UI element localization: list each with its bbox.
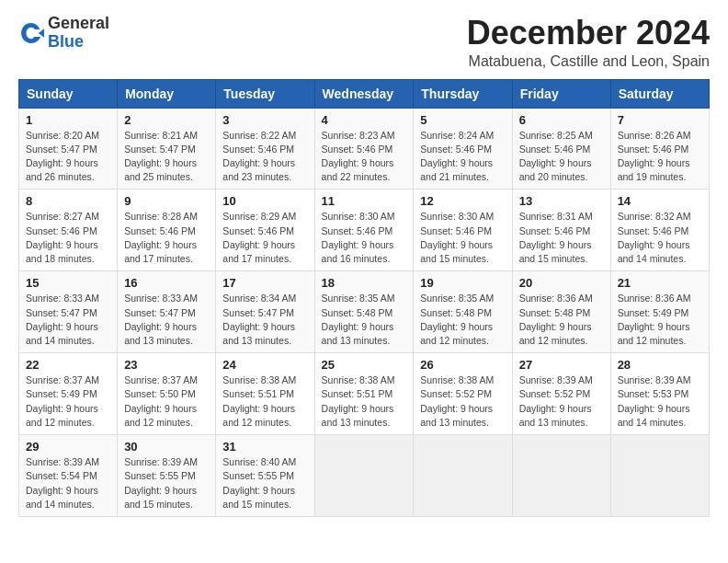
- day-number: 17: [222, 276, 307, 290]
- day-number: 3: [222, 113, 307, 127]
- day-number: 19: [420, 276, 505, 290]
- day-info: Sunrise: 8:37 AMSunset: 5:50 PMDaylight:…: [124, 374, 198, 428]
- calendar-cell: 31 Sunrise: 8:40 AMSunset: 5:55 PMDaylig…: [216, 435, 314, 517]
- calendar-cell: 11 Sunrise: 8:30 AMSunset: 5:46 PMDaylig…: [314, 190, 414, 271]
- title-area: December 2024 Matabuena, Castille and Le…: [467, 15, 710, 70]
- calendar-cell: 7 Sunrise: 8:26 AMSunset: 5:46 PMDayligh…: [610, 108, 709, 190]
- calendar-cell: 8 Sunrise: 8:27 AMSunset: 5:46 PMDayligh…: [19, 190, 118, 271]
- calendar-cell: 27 Sunrise: 8:39 AMSunset: 5:52 PMDaylig…: [512, 353, 610, 435]
- calendar-cell: 20 Sunrise: 8:36 AMSunset: 5:48 PMDaylig…: [512, 271, 610, 353]
- day-number: 24: [222, 358, 307, 372]
- day-info: Sunrise: 8:31 AMSunset: 5:46 PMDaylight:…: [519, 211, 593, 264]
- day-info: Sunrise: 8:21 AMSunset: 5:47 PMDaylight:…: [124, 130, 198, 183]
- calendar-cell: 28 Sunrise: 8:39 AMSunset: 5:53 PMDaylig…: [610, 353, 709, 435]
- calendar-cell: 9 Sunrise: 8:28 AMSunset: 5:46 PMDayligh…: [118, 190, 216, 271]
- calendar-cell: 19 Sunrise: 8:35 AMSunset: 5:48 PMDaylig…: [414, 271, 512, 353]
- day-number: 16: [124, 276, 209, 290]
- day-number: 13: [519, 194, 604, 208]
- calendar-week-1: 1 Sunrise: 8:20 AMSunset: 5:47 PMDayligh…: [19, 108, 710, 190]
- day-info: Sunrise: 8:24 AMSunset: 5:46 PMDaylight:…: [420, 130, 494, 183]
- weekday-header-thursday: Thursday: [414, 79, 512, 108]
- calendar-cell: 18 Sunrise: 8:35 AMSunset: 5:48 PMDaylig…: [314, 271, 414, 353]
- weekday-header-wednesday: Wednesday: [314, 79, 414, 108]
- calendar-cell: [414, 435, 512, 517]
- logo: General Blue: [18, 15, 109, 52]
- day-info: Sunrise: 8:32 AMSunset: 5:46 PMDaylight:…: [618, 211, 691, 264]
- day-info: Sunrise: 8:36 AMSunset: 5:49 PMDaylight:…: [618, 293, 691, 346]
- day-number: 23: [124, 358, 209, 372]
- day-info: Sunrise: 8:37 AMSunset: 5:49 PMDaylight:…: [26, 374, 99, 428]
- calendar-cell: 26 Sunrise: 8:38 AMSunset: 5:52 PMDaylig…: [414, 353, 512, 435]
- calendar-cell: 3 Sunrise: 8:22 AMSunset: 5:46 PMDayligh…: [216, 108, 314, 190]
- day-number: 25: [322, 358, 407, 372]
- calendar-cell: 6 Sunrise: 8:25 AMSunset: 5:46 PMDayligh…: [512, 108, 610, 190]
- calendar-cell: 23 Sunrise: 8:37 AMSunset: 5:50 PMDaylig…: [118, 353, 216, 435]
- day-number: 15: [26, 276, 110, 290]
- day-info: Sunrise: 8:33 AMSunset: 5:47 PMDaylight:…: [124, 293, 198, 346]
- day-info: Sunrise: 8:36 AMSunset: 5:48 PMDaylight:…: [519, 293, 593, 346]
- calendar-cell: 1 Sunrise: 8:20 AMSunset: 5:47 PMDayligh…: [19, 108, 118, 190]
- calendar-cell: 21 Sunrise: 8:36 AMSunset: 5:49 PMDaylig…: [610, 271, 709, 353]
- day-number: 28: [618, 358, 702, 372]
- day-info: Sunrise: 8:30 AMSunset: 5:46 PMDaylight:…: [420, 211, 494, 264]
- day-number: 21: [618, 276, 702, 290]
- calendar-cell: [512, 435, 610, 517]
- day-info: Sunrise: 8:35 AMSunset: 5:48 PMDaylight:…: [322, 293, 395, 346]
- calendar-week-4: 22 Sunrise: 8:37 AMSunset: 5:49 PMDaylig…: [19, 353, 710, 435]
- day-number: 18: [322, 276, 407, 290]
- day-number: 27: [519, 358, 604, 372]
- day-info: Sunrise: 8:29 AMSunset: 5:46 PMDaylight:…: [222, 211, 296, 264]
- day-number: 8: [26, 194, 110, 208]
- day-info: Sunrise: 8:22 AMSunset: 5:46 PMDaylight:…: [222, 130, 296, 183]
- day-info: Sunrise: 8:25 AMSunset: 5:46 PMDaylight:…: [519, 130, 593, 183]
- calendar-cell: [314, 435, 414, 517]
- weekday-header-monday: Monday: [118, 79, 216, 108]
- day-number: 1: [26, 113, 110, 127]
- day-number: 11: [322, 194, 407, 208]
- day-info: Sunrise: 8:28 AMSunset: 5:46 PMDaylight:…: [124, 211, 198, 264]
- day-info: Sunrise: 8:34 AMSunset: 5:47 PMDaylight:…: [222, 293, 296, 346]
- day-number: 2: [124, 113, 209, 127]
- day-info: Sunrise: 8:35 AMSunset: 5:48 PMDaylight:…: [420, 293, 494, 346]
- weekday-header-tuesday: Tuesday: [216, 79, 314, 108]
- day-info: Sunrise: 8:38 AMSunset: 5:51 PMDaylight:…: [322, 374, 395, 428]
- page-header: General Blue December 2024 Matabuena, Ca…: [18, 15, 710, 70]
- day-number: 30: [124, 440, 209, 454]
- day-info: Sunrise: 8:38 AMSunset: 5:52 PMDaylight:…: [420, 374, 494, 428]
- day-info: Sunrise: 8:26 AMSunset: 5:46 PMDaylight:…: [618, 130, 691, 183]
- calendar-cell: 12 Sunrise: 8:30 AMSunset: 5:46 PMDaylig…: [414, 190, 512, 271]
- day-number: 20: [519, 276, 604, 290]
- day-number: 10: [222, 194, 307, 208]
- logo-icon: [18, 20, 44, 46]
- day-number: 26: [420, 358, 505, 372]
- day-number: 5: [420, 113, 505, 127]
- day-info: Sunrise: 8:27 AMSunset: 5:46 PMDaylight:…: [26, 211, 99, 264]
- calendar-week-5: 29 Sunrise: 8:39 AMSunset: 5:54 PMDaylig…: [19, 435, 710, 517]
- day-info: Sunrise: 8:23 AMSunset: 5:46 PMDaylight:…: [322, 130, 395, 183]
- calendar-cell: 24 Sunrise: 8:38 AMSunset: 5:51 PMDaylig…: [216, 353, 314, 435]
- day-number: 29: [26, 440, 110, 454]
- weekday-header-sunday: Sunday: [19, 79, 118, 108]
- day-info: Sunrise: 8:33 AMSunset: 5:47 PMDaylight:…: [26, 293, 99, 346]
- calendar-cell: 22 Sunrise: 8:37 AMSunset: 5:49 PMDaylig…: [19, 353, 118, 435]
- calendar-week-3: 15 Sunrise: 8:33 AMSunset: 5:47 PMDaylig…: [19, 271, 710, 353]
- logo-blue: Blue: [48, 32, 84, 51]
- calendar-cell: 25 Sunrise: 8:38 AMSunset: 5:51 PMDaylig…: [314, 353, 414, 435]
- calendar-cell: 29 Sunrise: 8:39 AMSunset: 5:54 PMDaylig…: [19, 435, 118, 517]
- calendar-cell: 5 Sunrise: 8:24 AMSunset: 5:46 PMDayligh…: [414, 108, 512, 190]
- day-number: 4: [322, 113, 407, 127]
- calendar-cell: 16 Sunrise: 8:33 AMSunset: 5:47 PMDaylig…: [118, 271, 216, 353]
- logo-general: General: [48, 14, 109, 32]
- calendar-cell: [610, 435, 709, 517]
- calendar-table: SundayMondayTuesdayWednesdayThursdayFrid…: [18, 79, 710, 517]
- logo-text: General Blue: [48, 15, 109, 52]
- day-number: 6: [519, 113, 604, 127]
- calendar-cell: 17 Sunrise: 8:34 AMSunset: 5:47 PMDaylig…: [216, 271, 314, 353]
- day-number: 7: [618, 113, 702, 127]
- location-title: Matabuena, Castille and Leon, Spain: [467, 53, 710, 70]
- day-number: 31: [222, 440, 307, 454]
- weekday-header-row: SundayMondayTuesdayWednesdayThursdayFrid…: [19, 79, 710, 108]
- calendar-week-2: 8 Sunrise: 8:27 AMSunset: 5:46 PMDayligh…: [19, 190, 710, 271]
- calendar-cell: 4 Sunrise: 8:23 AMSunset: 5:46 PMDayligh…: [314, 108, 414, 190]
- day-info: Sunrise: 8:20 AMSunset: 5:47 PMDaylight:…: [26, 130, 99, 183]
